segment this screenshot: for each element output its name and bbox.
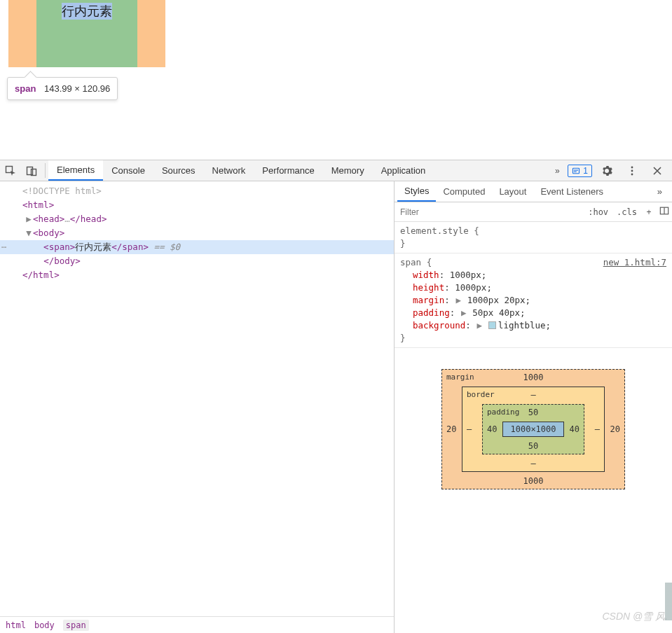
bm-padding-top: 50 (483, 408, 584, 417)
new-rule-icon[interactable]: + (641, 207, 657, 217)
inspected-span-overlay: 行内元素 (8, 0, 165, 67)
dom-line[interactable]: <span>行内元素</span> == $0 (0, 240, 394, 254)
bm-margin-bottom: 1000 (442, 476, 624, 486)
dom-line[interactable]: </body> (0, 254, 394, 268)
tab-network[interactable]: Network (204, 160, 254, 181)
svg-rect-4 (574, 169, 578, 170)
element-tooltip: span 143.99 × 120.96 (7, 77, 118, 100)
box-model-padding: padding 50 40 40 50 1000×1000 (482, 404, 584, 454)
tab-application[interactable]: Application (373, 160, 434, 181)
svg-point-7 (631, 169, 633, 172)
styles-filter-bar: :hov .cls + (395, 202, 672, 222)
inspected-span-padding: 行内元素 (36, 0, 137, 67)
dom-line[interactable]: </html> (0, 268, 394, 282)
devtools: ElementsConsoleSourcesNetworkPerformance… (0, 160, 672, 633)
kebab-menu-icon[interactable] (622, 165, 643, 176)
cls-toggle[interactable]: .cls (612, 207, 641, 217)
dom-breadcrumbs[interactable]: htmlbodyspan (0, 616, 394, 633)
devtools-toolbar: ElementsConsoleSourcesNetworkPerformance… (0, 160, 672, 181)
device-toggle-icon[interactable] (21, 160, 42, 181)
styles-tab-layout[interactable]: Layout (492, 181, 533, 202)
box-model-border: border – – – – padding 50 40 40 (462, 387, 605, 472)
bm-padding-left: 40 (487, 424, 497, 434)
bm-border-right: – (595, 424, 600, 434)
tab-memory[interactable]: Memory (323, 160, 373, 181)
watermark: CSDN @雪 风. (602, 611, 668, 623)
main-tabs: ElementsConsoleSourcesNetworkPerformance… (48, 160, 547, 181)
svg-point-8 (631, 173, 633, 175)
scrollbar[interactable] (665, 0, 672, 633)
tooltip-dimensions: 143.99 × 120.96 (44, 83, 110, 94)
css-rule[interactable]: element.style {} (395, 222, 672, 253)
dom-line[interactable]: ▼<body> (0, 226, 394, 240)
svg-rect-5 (574, 171, 577, 172)
more-tabs-icon[interactable]: » (547, 160, 568, 181)
styles-panel: StylesComputedLayoutEvent Listeners» :ho… (395, 181, 672, 633)
styles-tabs: StylesComputedLayoutEvent Listeners» (395, 181, 672, 202)
bm-padding-right: 40 (570, 424, 580, 434)
svg-rect-1 (27, 167, 33, 174)
bm-border-left: – (467, 424, 472, 434)
tab-sources[interactable]: Sources (153, 160, 204, 181)
styles-tab-event-listeners[interactable]: Event Listeners (533, 181, 610, 202)
box-model-content: 1000×1000 (502, 422, 564, 437)
bm-border-top: – (462, 390, 604, 400)
dom-line[interactable]: <!DOCTYPE html> (0, 184, 394, 198)
breadcrumb-html[interactable]: html (6, 620, 26, 630)
styles-tab-computed[interactable]: Computed (436, 181, 492, 202)
page-viewport: 行内元素 span 143.99 × 120.96 (0, 0, 672, 160)
dom-line[interactable]: <html> (0, 198, 394, 212)
issues-count: 1 (583, 166, 588, 176)
separator (45, 163, 46, 178)
styles-filter-input[interactable] (395, 202, 584, 221)
settings-icon[interactable] (596, 165, 617, 176)
inspect-element-icon[interactable] (0, 160, 21, 181)
dom-tree[interactable]: <!DOCTYPE html> <html> ▶<head>…</head> ▼… (0, 181, 394, 616)
tab-elements[interactable]: Elements (48, 160, 103, 181)
bm-padding-bottom: 50 (483, 441, 584, 451)
elements-panel: <!DOCTYPE html> <html> ▶<head>…</head> ▼… (0, 181, 395, 633)
inspected-span-content: 行内元素 (62, 3, 112, 20)
bm-border-bottom: – (462, 459, 604, 468)
tooltip-tagname: span (15, 83, 36, 94)
box-model-margin: margin 1000 20 20 1000 border – – – – (441, 369, 625, 489)
bm-margin-right: 20 (610, 424, 620, 434)
breadcrumb-span[interactable]: span (63, 620, 89, 631)
hov-toggle[interactable]: :hov (584, 207, 612, 217)
tab-performance[interactable]: Performance (254, 160, 322, 181)
svg-point-6 (631, 166, 633, 168)
tab-console[interactable]: Console (103, 160, 153, 181)
css-rules[interactable]: element.style {}span {new 1.html:7width:… (395, 222, 672, 348)
styles-tab-styles[interactable]: Styles (397, 181, 436, 202)
svg-rect-3 (573, 168, 580, 174)
breadcrumb-body[interactable]: body (34, 620, 55, 630)
dom-line[interactable]: ▶<head>…</head> (0, 212, 394, 226)
bm-margin-left: 20 (446, 424, 456, 434)
issues-badge[interactable]: 1 (568, 165, 592, 177)
bm-margin-top: 1000 (442, 373, 624, 382)
css-rule[interactable]: span {new 1.html:7width: 1000px;height: … (395, 253, 672, 348)
box-model: margin 1000 20 20 1000 border – – – – (395, 348, 672, 633)
